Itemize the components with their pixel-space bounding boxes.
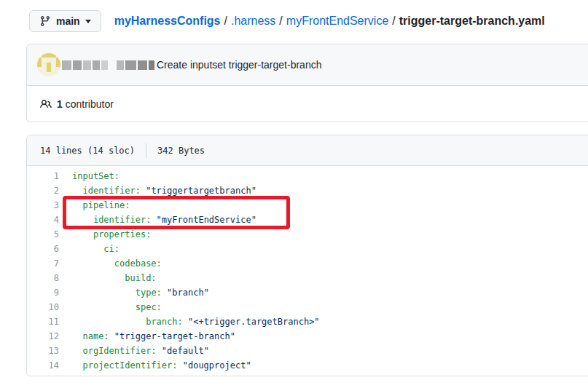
code-line: 3 pipeline:: [27, 198, 588, 213]
contributors-row: 1 contributor: [27, 86, 588, 122]
code-view: 1inputSet:2 identifier: "triggertargetbr…: [27, 166, 588, 376]
code-line: 8 build:: [27, 271, 588, 285]
breadcrumb-link[interactable]: myFrontEndService: [286, 15, 389, 27]
code-text: pipeline:: [72, 198, 130, 213]
code-text: inputSet:: [72, 169, 119, 183]
code-line: 6 ci:: [27, 242, 588, 256]
contributors-link[interactable]: 1 contributor: [57, 98, 114, 110]
commit-message-link[interactable]: Create inputset trigger-target-branch: [157, 59, 321, 71]
code-text: branch: "<+trigger.targetBranch>": [72, 314, 320, 329]
code-text: properties:: [72, 227, 151, 242]
line-number[interactable]: 9: [27, 285, 59, 300]
code-line: 2 identifier: "triggertargetbranch": [27, 183, 588, 198]
chevron-down-icon: [85, 20, 91, 23]
code-line: 14 projectIdentifier: "dougproject": [27, 358, 588, 373]
file-box: 14 lines (14 sloc) 342 Bytes 1inputSet:2…: [26, 135, 588, 376]
breadcrumb-separator: /: [392, 15, 395, 27]
line-number[interactable]: 1: [27, 169, 59, 183]
code-line: 12 name: "trigger-target-branch": [27, 329, 588, 344]
code-text: codebase:: [72, 256, 162, 271]
commit-author-redacted[interactable]: [62, 60, 154, 70]
file-meta-bar: 14 lines (14 sloc) 342 Bytes: [27, 135, 588, 166]
branch-name-label: main: [56, 15, 80, 27]
code-text: projectIdentifier: "dougproject": [72, 358, 251, 373]
line-number[interactable]: 2: [27, 183, 59, 198]
code-text: spec:: [72, 300, 162, 314]
line-number[interactable]: 10: [27, 300, 59, 314]
breadcrumb-separator: /: [224, 15, 227, 27]
code-text: orgIdentifier: "default": [72, 344, 209, 358]
file-path-bar: main myHarnessConfigs/.harness/myFrontEn…: [29, 10, 588, 32]
file-lines-info: 14 lines (14 sloc): [40, 146, 135, 156]
file-size: 342 Bytes: [157, 146, 205, 156]
line-number[interactable]: 3: [27, 198, 59, 213]
breadcrumb-separator: /: [279, 15, 282, 27]
code-text: build:: [72, 271, 157, 285]
line-number[interactable]: 11: [27, 314, 59, 329]
line-number[interactable]: 13: [27, 344, 59, 358]
code-line: 11 branch: "<+trigger.targetBranch>": [27, 314, 588, 329]
code-text: name: "trigger-target-branch": [72, 329, 235, 344]
commit-box: Create inputset trigger-target-branch 1 …: [26, 44, 588, 122]
meta-divider: [146, 143, 146, 158]
code-line: 1inputSet:: [27, 169, 588, 183]
code-line: 4 identifier: "myFrontEndService": [27, 213, 588, 227]
contributors-count: 1: [57, 98, 63, 110]
code-text: identifier: "triggertargetbranch": [72, 183, 256, 198]
breadcrumb-link[interactable]: .harness: [231, 15, 275, 27]
line-number[interactable]: 12: [27, 329, 59, 344]
code-line: 7 codebase:: [27, 256, 588, 271]
breadcrumb-link[interactable]: myHarnessConfigs: [114, 15, 221, 27]
code-line: 13 orgIdentifier: "default": [27, 344, 588, 358]
code-text: identifier: "myFrontEndService": [72, 213, 256, 227]
line-number[interactable]: 8: [27, 271, 59, 285]
git-branch-icon: [39, 15, 51, 27]
latest-commit-row: Create inputset trigger-target-branch: [27, 44, 588, 86]
breadcrumb-current-file: trigger-target-branch.yaml: [399, 15, 545, 27]
line-number[interactable]: 7: [27, 256, 59, 271]
code-line: 9 type: "branch": [27, 285, 588, 300]
breadcrumb: myHarnessConfigs/.harness/myFrontEndServ…: [114, 15, 545, 28]
code-text: type: "branch": [72, 285, 209, 300]
code-text: ci:: [72, 242, 119, 256]
people-icon: [40, 98, 52, 110]
line-number[interactable]: 14: [27, 358, 59, 373]
branch-selector-button[interactable]: main: [29, 10, 101, 32]
code-line: 10 spec:: [27, 300, 588, 314]
avatar[interactable]: [37, 53, 60, 76]
line-number[interactable]: 6: [27, 242, 59, 256]
contributors-label: contributor: [66, 98, 114, 110]
code-line: 5 properties:: [27, 227, 588, 242]
line-number[interactable]: 4: [27, 213, 59, 227]
line-number[interactable]: 5: [27, 227, 59, 242]
